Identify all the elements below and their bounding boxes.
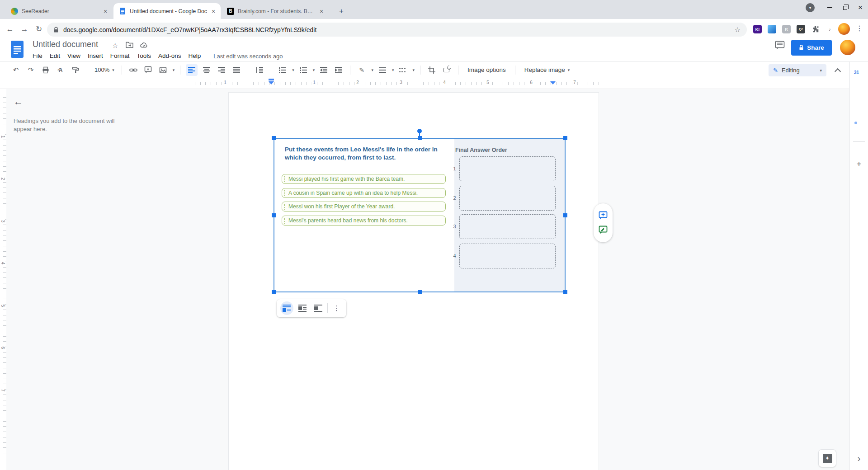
menu-view[interactable]: View [64, 52, 84, 60]
tab-seereader[interactable]: SeeReader × [5, 3, 113, 19]
resize-handle-left[interactable] [272, 213, 276, 217]
break-text-button[interactable] [311, 301, 325, 315]
menu-help[interactable]: Help [184, 52, 204, 60]
tab-close-icon[interactable]: × [318, 8, 325, 15]
star-document-icon[interactable]: ☆ [112, 42, 118, 50]
border-weight-button[interactable] [377, 64, 388, 76]
crop-image-button[interactable] [426, 64, 438, 76]
account-avatar[interactable] [840, 40, 855, 55]
resize-handle-bottom-left[interactable] [272, 290, 276, 294]
hide-side-panel-button[interactable]: › [854, 453, 864, 464]
browser-profile-avatar[interactable] [838, 23, 850, 35]
new-tab-button[interactable]: + [335, 5, 347, 17]
chevron-down-icon[interactable]: ▾ [371, 68, 373, 72]
resize-handle-right[interactable] [563, 213, 567, 217]
hide-menus-button[interactable] [833, 66, 842, 75]
add-comment-button[interactable] [599, 211, 608, 220]
resize-handle-bottom[interactable] [418, 290, 422, 294]
tab-close-icon[interactable]: × [102, 8, 109, 15]
last-edit-link[interactable]: Last edit was seconds ago [213, 52, 283, 60]
maximize-button[interactable] [837, 1, 853, 14]
docs-file-icon[interactable] [11, 41, 24, 58]
decrease-indent-button[interactable] [318, 64, 330, 76]
chevron-down-icon[interactable]: ▾ [412, 68, 415, 72]
spelling-check-button[interactable]: A ✓ [55, 64, 66, 76]
resize-handle-top-left[interactable] [272, 136, 276, 140]
extension-reader[interactable]: R [782, 25, 791, 33]
extension-blue[interactable] [768, 25, 776, 33]
left-indent-marker[interactable] [269, 81, 274, 87]
cloud-saved-icon[interactable] [140, 42, 148, 48]
extension-media-list[interactable]: ♪ [826, 25, 834, 33]
add-comment-button[interactable] [142, 64, 154, 76]
chevron-down-icon[interactable]: ▾ [292, 68, 294, 72]
document-title[interactable]: Untitled document [33, 40, 98, 49]
move-to-folder-icon[interactable] [126, 42, 133, 48]
wrap-text-button[interactable] [296, 301, 309, 315]
print-button[interactable] [40, 64, 52, 76]
resize-handle-top[interactable] [418, 136, 422, 140]
increase-indent-button[interactable] [333, 64, 344, 76]
align-left-button[interactable] [186, 64, 198, 76]
border-dash-button[interactable] [397, 64, 409, 76]
first-line-indent-marker[interactable] [269, 79, 274, 80]
minimize-button[interactable] [822, 1, 837, 14]
explore-button[interactable]: ✦ [818, 449, 836, 467]
line-spacing-button[interactable] [254, 64, 265, 76]
insert-link-button[interactable] [127, 64, 139, 76]
insert-image-button[interactable] [157, 64, 169, 76]
rotation-handle[interactable] [417, 129, 422, 133]
open-comments-icon[interactable] [775, 41, 785, 50]
extension-question[interactable]: Q! [797, 25, 805, 33]
resize-handle-top-right[interactable] [563, 136, 567, 140]
share-button[interactable]: Share [791, 40, 832, 56]
menu-edit[interactable]: Edit [46, 52, 64, 60]
document-page[interactable]: Put these events from Leo Messi's life i… [228, 92, 599, 470]
chevron-down-icon[interactable]: ▾ [313, 68, 315, 72]
close-window-button[interactable]: × [853, 1, 868, 14]
suggest-edits-button[interactable] [599, 226, 608, 235]
menu-format[interactable]: Format [107, 52, 133, 60]
chevron-down-icon[interactable]: ▾ [173, 68, 175, 72]
justify-button[interactable] [231, 64, 242, 76]
resize-handle-bottom-right[interactable] [563, 290, 567, 294]
editing-mode-button[interactable]: ✎ Editing ▾ [769, 64, 826, 76]
menu-addons[interactable]: Add-ons [155, 52, 184, 60]
undo-button[interactable]: ↶ [10, 64, 22, 76]
tab-close-icon[interactable]: × [210, 8, 217, 15]
align-right-button[interactable] [216, 64, 227, 76]
chevron-down-icon[interactable]: ▾ [392, 68, 394, 72]
menu-insert[interactable]: Insert [84, 52, 107, 60]
redo-button[interactable]: ↷ [25, 64, 37, 76]
extension-kahoot[interactable]: K! [753, 25, 762, 33]
forward-button[interactable]: → [19, 24, 29, 34]
tab-brainly[interactable]: B Brainly.com - For students. By stu × [222, 3, 329, 19]
more-options-icon[interactable]: ⋮ [330, 304, 343, 312]
align-center-button[interactable] [201, 64, 212, 76]
reload-button[interactable]: ↻ [34, 24, 44, 34]
replace-image-button[interactable]: Replace image ▾ [521, 64, 574, 75]
menu-tools[interactable]: Tools [133, 52, 155, 60]
tab-untitled-document[interactable]: Untitled document - Google Doc × [113, 3, 221, 19]
close-outline-button[interactable]: ← [14, 96, 23, 107]
numbered-list-button[interactable] [277, 64, 288, 76]
image-options-button[interactable]: Image options [464, 64, 509, 75]
reset-image-button[interactable] [441, 64, 453, 76]
address-bar[interactable]: docs.google.com/document/d/1DXcF_eO7nwKP… [47, 23, 747, 37]
browser-menu-icon[interactable]: ⋮ [855, 24, 863, 33]
zoom-select[interactable]: 100% ▾ [93, 66, 116, 73]
vertical-ruler[interactable]: 1 2 3 4 5 6 7 [0, 89, 6, 470]
horizontal-ruler[interactable]: 1 1 2 3 4 5 6 7 [0, 78, 868, 89]
back-button[interactable]: ← [5, 24, 15, 34]
extensions-puzzle-icon[interactable] [811, 25, 820, 33]
bulleted-list-button[interactable] [297, 64, 309, 76]
inline-with-text-button[interactable] [280, 301, 293, 315]
chrome-update-icon[interactable]: ▾ [806, 3, 815, 12]
paint-format-button[interactable] [70, 64, 81, 76]
get-addons-button[interactable]: + [854, 160, 864, 169]
bookmark-star-icon[interactable]: ☆ [735, 26, 741, 34]
border-color-button[interactable]: ✎ [356, 64, 368, 76]
menu-file[interactable]: File [29, 52, 46, 60]
selected-inline-image[interactable]: Put these events from Leo Messi's life i… [274, 138, 566, 292]
right-indent-marker[interactable] [550, 81, 556, 87]
